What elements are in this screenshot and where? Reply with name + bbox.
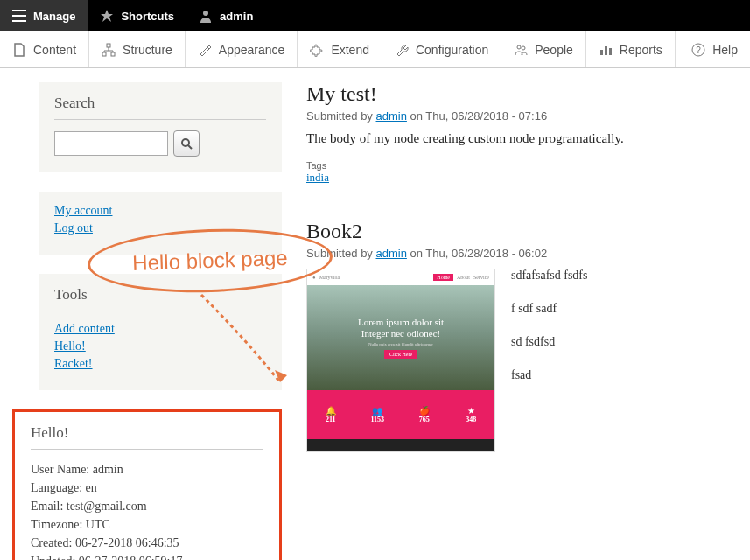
stat: 1153: [370, 416, 384, 424]
article-title[interactable]: Book2: [306, 220, 732, 243]
thumb-hero: Lorem ipsum dolor sitInteger nec odionec…: [307, 285, 494, 390]
hamburger-icon: [12, 10, 26, 22]
thumb-stats: 🔔211 👥1153 🍎765 ★348: [307, 390, 494, 439]
article-book2: Book2 Submitted by admin on Thu, 06/28/2…: [306, 220, 732, 452]
article-meta: Submitted by admin on Thu, 06/28/2018 - …: [306, 109, 732, 122]
magnifier-icon: [180, 137, 193, 150]
my-account-link[interactable]: My account: [54, 204, 112, 217]
article-thumbnail[interactable]: ●MaryvillaHomeAboutService Lorem ipsum d…: [306, 269, 495, 452]
svg-rect-2: [102, 52, 106, 56]
shortcuts-label: Shortcuts: [121, 10, 174, 23]
tab-people-label: People: [535, 43, 573, 57]
stat: 211: [326, 416, 336, 424]
search-title: Search: [54, 94, 266, 120]
svg-rect-6: [600, 50, 603, 55]
svg-rect-7: [605, 46, 607, 55]
tab-appearance[interactable]: Appearance: [186, 32, 298, 67]
tab-appearance-label: Appearance: [219, 43, 285, 57]
tab-reports[interactable]: Reports: [586, 32, 676, 67]
user-menu-block: My account Log out: [39, 192, 282, 255]
svg-rect-8: [609, 48, 612, 55]
logout-link[interactable]: Log out: [54, 221, 93, 234]
article-title[interactable]: My test!: [306, 82, 732, 106]
svg-rect-3: [111, 52, 115, 56]
manage-toggle[interactable]: Manage: [0, 0, 88, 32]
thumb-nav: ●MaryvillaHomeAboutService: [307, 270, 494, 285]
svg-text:?: ?: [696, 46, 701, 55]
stat: 348: [466, 416, 476, 424]
hello-line: Language: en: [31, 479, 263, 497]
thumb-footer: [307, 439, 494, 452]
article-mytest: My test! Submitted by admin on Thu, 06/2…: [306, 82, 732, 185]
tab-extend-label: Extend: [331, 43, 369, 57]
tags-label: Tags: [306, 160, 732, 171]
hello-line: User Name: admin: [31, 460, 263, 479]
thumb-brand: Maryvilla: [319, 275, 340, 280]
user-label: admin: [220, 10, 253, 23]
tools-title: Tools: [54, 286, 266, 312]
chart-icon: [599, 43, 613, 57]
article-body: sdfafsafsd fsdfs f sdf sadf sd fsdfsd fs…: [511, 269, 587, 402]
tab-structure[interactable]: Structure: [89, 32, 186, 67]
tab-help-label: Help: [712, 43, 738, 57]
author-link[interactable]: admin: [376, 247, 407, 260]
submitted-label: Submitted by: [306, 247, 376, 260]
hello-link[interactable]: Hello!: [54, 340, 86, 353]
tab-help[interactable]: ?Help: [679, 32, 750, 67]
body-line: sdfafsafsd fsdfs: [511, 269, 587, 283]
body-line: sd fsdfsd: [511, 335, 587, 349]
structure-icon: [102, 43, 116, 57]
thumb-sub: Nulla quis arcu sit blandit ultricorper: [368, 342, 433, 346]
date-label: on Thu, 06/28/2018 - 07:16: [407, 109, 547, 122]
search-input[interactable]: [54, 131, 168, 156]
brush-icon: [198, 43, 212, 57]
svg-point-0: [203, 10, 208, 16]
manage-label: Manage: [33, 10, 75, 23]
racket-link[interactable]: Racket!: [54, 357, 93, 370]
tab-configuration[interactable]: Configuration: [382, 32, 501, 67]
search-block: Search: [39, 82, 282, 172]
body-line: f sdf sadf: [511, 302, 587, 316]
tab-content[interactable]: Content: [0, 32, 89, 67]
user-link[interactable]: admin: [186, 0, 265, 32]
puzzle-icon: [310, 43, 324, 57]
svg-point-5: [522, 46, 525, 50]
tab-people[interactable]: People: [501, 32, 586, 67]
star-icon: [100, 9, 114, 23]
file-icon: [12, 43, 26, 57]
tab-extend[interactable]: Extend: [298, 32, 382, 67]
wrench-icon: [395, 43, 409, 57]
tab-reports-label: Reports: [620, 43, 662, 57]
tag-india[interactable]: india: [306, 171, 329, 184]
hello-block: Hello! User Name: admin Language: en Ema…: [12, 410, 282, 560]
author-link[interactable]: admin: [376, 109, 407, 122]
article-body: The body of my node creating custom node…: [306, 131, 732, 146]
hello-line: Updated: 06-27-2018 06:59:17: [31, 552, 263, 560]
admin-tabs: Content Structure Appearance Extend Conf…: [0, 32, 750, 68]
add-content-link[interactable]: Add content: [54, 322, 115, 335]
hello-line: Email: test@gmail.com: [31, 497, 263, 515]
people-icon: [514, 43, 528, 57]
body-line: fsad: [511, 368, 587, 382]
date-label: on Thu, 06/28/2018 - 06:02: [407, 247, 547, 260]
stat: 765: [419, 416, 430, 424]
svg-point-11: [182, 139, 189, 146]
admin-topbar: Manage Shortcuts admin: [0, 0, 750, 32]
svg-rect-1: [107, 44, 110, 47]
thumb-cta: Click Here: [384, 350, 417, 359]
thumb-lorem1: Lorem ipsum dolor sit: [358, 317, 444, 327]
hello-line: Timezone: UTC: [31, 515, 263, 534]
submitted-label: Submitted by: [306, 109, 376, 122]
search-button[interactable]: [173, 130, 200, 157]
user-icon: [199, 9, 213, 23]
svg-point-4: [517, 46, 521, 49]
help-icon: ?: [691, 43, 705, 57]
tab-content-label: Content: [33, 43, 76, 57]
tab-configuration-label: Configuration: [416, 43, 488, 57]
shortcuts-link[interactable]: Shortcuts: [88, 0, 186, 32]
hello-line: Created: 06-27-2018 06:46:35: [31, 534, 263, 552]
thumb-lorem2: Integer nec odionec!: [361, 328, 440, 339]
tab-structure-label: Structure: [123, 43, 172, 57]
article-meta: Submitted by admin on Thu, 06/28/2018 - …: [306, 247, 732, 260]
tools-block: Tools Add content Hello! Racket!: [39, 274, 282, 390]
